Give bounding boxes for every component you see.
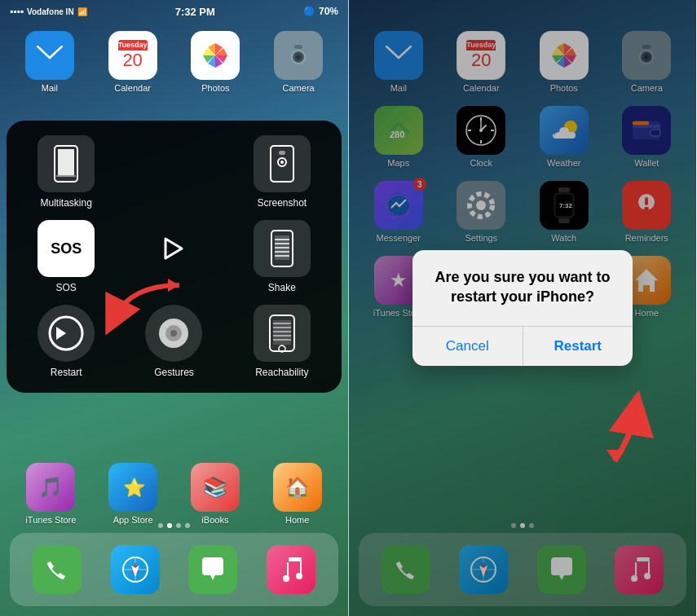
svg-point-47 [296,573,302,579]
left-app-mail[interactable]: Mail [13,31,86,93]
left-app-camera[interactable]: Camera [262,31,335,93]
dialog-buttons: Cancel Restart [412,327,633,366]
at-reachability[interactable]: Reachability [234,305,330,378]
svg-rect-3 [294,45,302,49]
left-app-photos[interactable]: Photos [179,31,253,93]
red-arrow-right [566,388,664,469]
left-page-dots [0,523,348,528]
svg-rect-46 [300,561,302,574]
at-empty1 [126,135,222,209]
left-time: 7:32 PM [175,6,215,18]
svg-rect-42 [289,557,302,560]
svg-text:⭐: ⭐ [123,477,146,499]
restart-button[interactable]: Restart [523,327,633,366]
at-multitasking[interactable]: Multitasking [18,135,114,209]
left-itunes[interactable]: 🎵 iTunes Store [13,463,89,525]
svg-rect-11 [279,151,285,155]
red-arrow-left [98,277,196,342]
svg-marker-23 [56,327,66,340]
left-phone-panel: ▪▪▪▪ Vodafone IN 📶 7:32 PM 🔵 70% Mail Tu… [0,0,348,616]
left-dock-music[interactable] [267,545,315,594]
dialog-title: Are you sure you want to restart your iP… [412,250,633,316]
left-dock-safari[interactable] [111,545,160,594]
svg-marker-14 [165,239,182,258]
svg-rect-9 [56,175,76,177]
left-status-bar: ▪▪▪▪ Vodafone IN 📶 7:32 PM 🔵 70% [0,0,348,23]
left-app-grid-row1: Mail Tuesday 20 Calendar [0,31,348,93]
at-shake[interactable]: Shake [234,220,330,293]
svg-point-6 [297,55,301,59]
left-dock-phone[interactable] [33,545,82,594]
left-ibooks[interactable]: 📚 iBooks [178,463,254,525]
left-app-calendar[interactable]: Tuesday 20 Calendar [96,31,170,93]
svg-rect-43 [287,562,289,577]
assistive-touch-overlay[interactable]: Multitasking Screenshot S [7,121,342,393]
right-phone-panel: Mail Tuesday 20 Calendar [348,0,696,616]
left-appstore[interactable]: ⭐ App Store [95,463,171,525]
left-carrier: ▪▪▪▪ Vodafone IN 📶 [10,6,87,17]
restart-dialog-overlay: Are you sure you want to restart your iP… [349,0,696,616]
left-dock-messages[interactable] [188,545,237,594]
left-dock [10,533,338,606]
left-footer-apps: 🎵 iTunes Store ⭐ App Store 📚 iBooks 🏠 Ho… [0,463,348,525]
svg-point-45 [283,575,289,582]
at-screenshot[interactable]: Screenshot [234,135,330,209]
svg-rect-8 [58,149,74,175]
svg-marker-35 [168,279,179,292]
restart-dialog: Are you sure you want to restart your iP… [412,250,633,366]
left-battery: 🔵 70% [303,6,338,17]
cancel-button[interactable]: Cancel [412,327,523,366]
svg-rect-44 [289,560,302,561]
left-home[interactable]: 🏠 Home [259,463,335,525]
svg-point-13 [280,161,284,164]
